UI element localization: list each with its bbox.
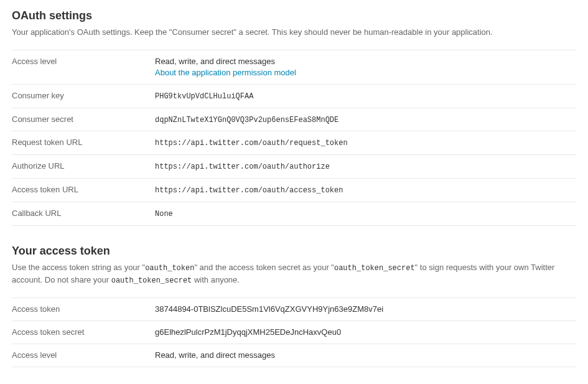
access-level-value: Read, write, and direct messages About t…: [155, 50, 576, 84]
oauth-settings-section: OAuth settings Your application's OAuth …: [12, 9, 576, 226]
callback-url-value: None: [155, 202, 576, 225]
access-token-section: Your access token Use the access token s…: [12, 245, 576, 384]
consumer-key-text: PHG9tkvUpVdCLHuluiQFAA: [155, 92, 253, 101]
authorize-url-text: https://api.twitter.com/oauth/authorize: [155, 162, 330, 171]
callback-url-label: Callback URL: [12, 202, 155, 225]
table-row: Access level Read, write, and direct mes…: [12, 50, 576, 84]
request-token-url-text: https://api.twitter.com/oauth/request_to…: [155, 139, 348, 148]
access-token-secret-label: Access token secret: [12, 321, 155, 344]
desc-text: with anyone.: [192, 275, 240, 284]
callback-url-text: None: [155, 210, 173, 218]
access-token-url-value: https://api.twitter.com/oauth/access_tok…: [155, 179, 576, 202]
access-level-label: Access level: [12, 50, 155, 84]
access-token-secret-value: g6ElhezlPulcrPzM1jDyqqjXMH25EDeJncHaxvQe…: [155, 321, 576, 344]
consumer-secret-label: Consumer secret: [12, 108, 155, 131]
table-row: Consumer secret dqpNZnLTwteX1YGnQ0VQ3Pv2…: [12, 108, 576, 131]
access-token-label: Access token: [12, 297, 155, 321]
consumer-secret-value: dqpNZnLTwteX1YGnQ0VQ3Pv2up6ensEFeaS8MnQD…: [155, 108, 576, 131]
oauth-settings-description: Your application's OAuth settings. Keep …: [12, 26, 576, 39]
oauth-settings-table: Access level Read, write, and direct mes…: [12, 50, 576, 226]
desc-code: oauth_token_secret: [334, 264, 415, 273]
table-row: Consumer key PHG9tkvUpVdCLHuluiQFAA: [12, 84, 576, 108]
access-token-table: Access token 38744894-0TBlSZlcuDE5Sm1Vl6…: [12, 297, 576, 368]
token-access-level-value: Read, write, and direct messages: [155, 344, 576, 367]
access-level-text: Read, write, and direct messages: [155, 57, 275, 66]
consumer-key-label: Consumer key: [12, 84, 155, 108]
desc-code: oauth_token: [145, 264, 194, 273]
table-row: Request token URL https://api.twitter.co…: [12, 131, 576, 155]
token-access-level-label: Access level: [12, 344, 155, 367]
access-token-description: Use the access token string as your "oau…: [12, 261, 576, 286]
authorize-url-value: https://api.twitter.com/oauth/authorize: [155, 155, 576, 179]
access-token-title: Your access token: [12, 245, 576, 258]
desc-code: oauth_token_secret: [111, 276, 192, 285]
table-row: Access level Read, write, and direct mes…: [12, 344, 576, 367]
request-token-url-label: Request token URL: [12, 131, 155, 155]
desc-text: Use the access token string as your ": [12, 263, 145, 272]
desc-text: " and the access token secret as your ": [194, 263, 334, 272]
access-token-url-label: Access token URL: [12, 179, 155, 202]
request-token-url-value: https://api.twitter.com/oauth/request_to…: [155, 131, 576, 155]
consumer-key-value: PHG9tkvUpVdCLHuluiQFAA: [155, 84, 576, 108]
table-row: Access token 38744894-0TBlSZlcuDE5Sm1Vl6…: [12, 297, 576, 321]
consumer-secret-text: dqpNZnLTwteX1YGnQ0VQ3Pv2up6ensEFeaS8MnQD…: [155, 116, 338, 124]
table-row: Access token URL https://api.twitter.com…: [12, 179, 576, 202]
table-row: Authorize URL https://api.twitter.com/oa…: [12, 155, 576, 179]
table-row: Callback URL None: [12, 202, 576, 225]
access-token-url-text: https://api.twitter.com/oauth/access_tok…: [155, 186, 343, 195]
permission-model-link[interactable]: About the application permission model: [155, 68, 296, 77]
access-token-value: 38744894-0TBlSZlcuDE5Sm1Vl6VqZXGVYH9Yjn6…: [155, 297, 576, 321]
oauth-settings-title: OAuth settings: [12, 9, 576, 22]
table-row: Access token secret g6ElhezlPulcrPzM1jDy…: [12, 321, 576, 344]
authorize-url-label: Authorize URL: [12, 155, 155, 179]
